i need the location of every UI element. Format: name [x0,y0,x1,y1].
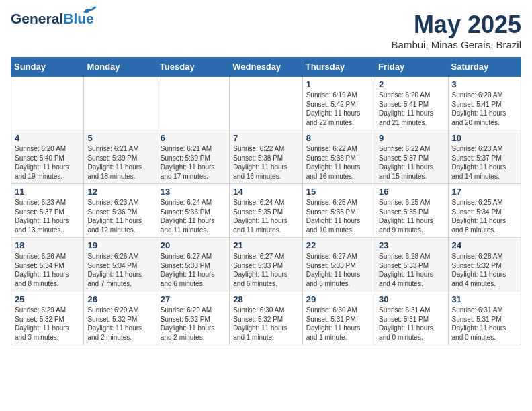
day-number: 17 [452,187,517,197]
day-info: Sunrise: 6:20 AM Sunset: 5:41 PM Dayligh… [452,91,517,127]
day-info: Sunrise: 6:31 AM Sunset: 5:31 PM Dayligh… [452,306,517,342]
calendar-cell [84,77,157,130]
day-info: Sunrise: 6:19 AM Sunset: 5:42 PM Dayligh… [306,91,371,127]
calendar-cell: 2Sunrise: 6:20 AM Sunset: 5:41 PM Daylig… [375,77,448,130]
day-number: 14 [233,187,298,197]
calendar-cell: 19Sunrise: 6:26 AM Sunset: 5:34 PM Dayli… [84,238,157,291]
day-info: Sunrise: 6:29 AM Sunset: 5:32 PM Dayligh… [15,306,80,342]
day-number: 16 [379,187,444,197]
day-info: Sunrise: 6:27 AM Sunset: 5:33 PM Dayligh… [161,252,226,288]
logo-blue: Blue [63,11,94,27]
day-info: Sunrise: 6:27 AM Sunset: 5:33 PM Dayligh… [306,252,371,288]
weekday-header-wednesday: Wednesday [230,58,302,77]
weekday-header-friday: Friday [375,58,448,77]
logo-general: General [11,11,63,27]
day-number: 29 [306,294,371,304]
day-number: 28 [233,294,298,304]
weekday-header-tuesday: Tuesday [157,58,229,77]
calendar-cell: 3Sunrise: 6:20 AM Sunset: 5:41 PM Daylig… [448,77,521,130]
calendar-table: SundayMondayTuesdayWednesdayThursdayFrid… [11,57,521,345]
calendar-cell: 17Sunrise: 6:25 AM Sunset: 5:34 PM Dayli… [448,184,521,238]
day-number: 3 [452,79,517,89]
day-info: Sunrise: 6:23 AM Sunset: 5:36 PM Dayligh… [87,198,152,234]
day-number: 5 [87,133,152,143]
week-row-3: 11Sunrise: 6:23 AM Sunset: 5:37 PM Dayli… [11,184,521,238]
day-number: 9 [379,133,444,143]
day-info: Sunrise: 6:20 AM Sunset: 5:41 PM Dayligh… [379,91,444,127]
calendar-cell: 25Sunrise: 6:29 AM Sunset: 5:32 PM Dayli… [11,291,84,345]
calendar-cell: 9Sunrise: 6:22 AM Sunset: 5:37 PM Daylig… [375,130,448,184]
day-info: Sunrise: 6:26 AM Sunset: 5:34 PM Dayligh… [15,252,80,288]
week-row-5: 25Sunrise: 6:29 AM Sunset: 5:32 PM Dayli… [11,291,521,345]
day-number: 11 [15,187,80,197]
calendar-cell: 20Sunrise: 6:27 AM Sunset: 5:33 PM Dayli… [157,238,229,291]
day-info: Sunrise: 6:22 AM Sunset: 5:37 PM Dayligh… [379,144,444,181]
day-info: Sunrise: 6:30 AM Sunset: 5:32 PM Dayligh… [233,306,298,342]
day-number: 8 [306,133,371,143]
day-info: Sunrise: 6:22 AM Sunset: 5:38 PM Dayligh… [233,144,298,181]
day-number: 2 [379,79,444,89]
day-number: 15 [306,187,371,197]
weekday-header-thursday: Thursday [302,58,375,77]
day-info: Sunrise: 6:31 AM Sunset: 5:31 PM Dayligh… [379,306,444,342]
calendar-cell: 28Sunrise: 6:30 AM Sunset: 5:32 PM Dayli… [230,291,302,345]
day-number: 19 [87,240,152,250]
day-number: 24 [452,240,517,250]
calendar-cell: 31Sunrise: 6:31 AM Sunset: 5:31 PM Dayli… [448,291,521,345]
day-info: Sunrise: 6:29 AM Sunset: 5:32 PM Dayligh… [161,306,226,342]
day-info: Sunrise: 6:26 AM Sunset: 5:34 PM Dayligh… [87,252,152,288]
day-number: 26 [87,294,152,304]
calendar-cell: 24Sunrise: 6:28 AM Sunset: 5:32 PM Dayli… [448,238,521,291]
day-number: 25 [15,294,80,304]
day-number: 7 [233,133,298,143]
day-number: 27 [161,294,226,304]
day-number: 31 [452,294,517,304]
calendar-cell: 21Sunrise: 6:27 AM Sunset: 5:33 PM Dayli… [230,238,302,291]
day-number: 12 [87,187,152,197]
calendar-cell: 13Sunrise: 6:24 AM Sunset: 5:36 PM Dayli… [157,184,229,238]
day-number: 18 [15,240,80,250]
calendar-cell: 15Sunrise: 6:25 AM Sunset: 5:35 PM Dayli… [302,184,375,238]
day-info: Sunrise: 6:23 AM Sunset: 5:37 PM Dayligh… [452,144,517,181]
calendar-cell: 12Sunrise: 6:23 AM Sunset: 5:36 PM Dayli… [84,184,157,238]
logo: General Blue [11,11,94,27]
calendar-cell: 6Sunrise: 6:21 AM Sunset: 5:39 PM Daylig… [157,130,229,184]
calendar-cell: 29Sunrise: 6:30 AM Sunset: 5:31 PM Dayli… [302,291,375,345]
calendar-cell: 8Sunrise: 6:22 AM Sunset: 5:38 PM Daylig… [302,130,375,184]
day-info: Sunrise: 6:25 AM Sunset: 5:35 PM Dayligh… [379,198,444,234]
calendar-cell: 16Sunrise: 6:25 AM Sunset: 5:35 PM Dayli… [375,184,448,238]
day-info: Sunrise: 6:24 AM Sunset: 5:35 PM Dayligh… [233,198,298,234]
day-number: 21 [233,240,298,250]
calendar-cell: 14Sunrise: 6:24 AM Sunset: 5:35 PM Dayli… [230,184,302,238]
day-number: 30 [379,294,444,304]
calendar-cell: 5Sunrise: 6:21 AM Sunset: 5:39 PM Daylig… [84,130,157,184]
weekday-header-monday: Monday [84,58,157,77]
calendar-cell [230,77,302,130]
calendar-cell: 27Sunrise: 6:29 AM Sunset: 5:32 PM Dayli… [157,291,229,345]
calendar-cell [11,77,84,130]
month-title: May 2025 [392,11,521,39]
calendar-cell: 30Sunrise: 6:31 AM Sunset: 5:31 PM Dayli… [375,291,448,345]
day-info: Sunrise: 6:28 AM Sunset: 5:32 PM Dayligh… [452,252,517,288]
calendar-cell: 18Sunrise: 6:26 AM Sunset: 5:34 PM Dayli… [11,238,84,291]
day-info: Sunrise: 6:22 AM Sunset: 5:38 PM Dayligh… [306,144,371,181]
day-number: 13 [161,187,226,197]
title-block: May 2025 Bambui, Minas Gerais, Brazil [392,11,521,50]
logo-bird-icon [82,5,97,15]
weekday-header-saturday: Saturday [448,58,521,77]
calendar-cell: 7Sunrise: 6:22 AM Sunset: 5:38 PM Daylig… [230,130,302,184]
day-number: 4 [15,133,80,143]
location-subtitle: Bambui, Minas Gerais, Brazil [392,39,521,50]
calendar-cell: 26Sunrise: 6:29 AM Sunset: 5:32 PM Dayli… [84,291,157,345]
day-info: Sunrise: 6:25 AM Sunset: 5:34 PM Dayligh… [452,198,517,234]
day-info: Sunrise: 6:20 AM Sunset: 5:40 PM Dayligh… [15,144,80,181]
calendar-cell: 22Sunrise: 6:27 AM Sunset: 5:33 PM Dayli… [302,238,375,291]
calendar-cell: 23Sunrise: 6:28 AM Sunset: 5:33 PM Dayli… [375,238,448,291]
weekday-header-row: SundayMondayTuesdayWednesdayThursdayFrid… [11,58,521,77]
day-info: Sunrise: 6:23 AM Sunset: 5:37 PM Dayligh… [15,198,80,234]
day-info: Sunrise: 6:21 AM Sunset: 5:39 PM Dayligh… [161,144,226,181]
page-header: General Blue May 2025 Bambui, Minas Gera… [11,11,521,50]
calendar-cell: 4Sunrise: 6:20 AM Sunset: 5:40 PM Daylig… [11,130,84,184]
day-info: Sunrise: 6:24 AM Sunset: 5:36 PM Dayligh… [161,198,226,234]
calendar-cell: 1Sunrise: 6:19 AM Sunset: 5:42 PM Daylig… [302,77,375,130]
